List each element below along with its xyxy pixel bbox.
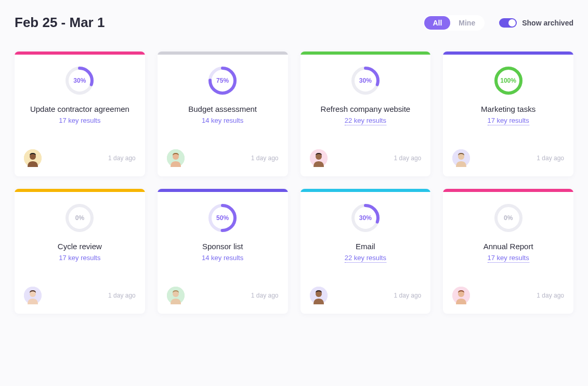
progress-percent: 30%	[65, 66, 94, 95]
owner-avatar[interactable]	[310, 149, 328, 167]
owner-avatar[interactable]	[452, 287, 470, 304]
card-title: Budget assessment	[167, 105, 279, 113]
filter-mine[interactable]: Mine	[450, 16, 484, 30]
progress-percent: 0%	[65, 203, 94, 233]
card-accent	[15, 189, 145, 192]
key-results-link[interactable]: 17 key results	[488, 254, 529, 263]
time-ago: 1 day ago	[108, 292, 136, 299]
card-footer: 1 day ago	[167, 139, 279, 167]
card-title: Sponsor list	[167, 242, 279, 251]
progress-ring: 30%	[351, 66, 380, 95]
objective-card[interactable]: 100% Marketing tasks 17 key results 1 da…	[443, 52, 573, 176]
progress-ring: 75%	[208, 66, 237, 95]
card-title: Marketing tasks	[452, 105, 564, 113]
objective-card[interactable]: 75% Budget assessment 14 key results 1 d…	[158, 52, 288, 176]
card-accent	[300, 189, 431, 192]
progress-ring: 100%	[494, 66, 523, 95]
card-footer: 1 day ago	[24, 139, 136, 167]
show-archived-control: Show archived	[499, 18, 573, 28]
filter-pills: All Mine	[423, 15, 485, 31]
key-results-link[interactable]: 17 key results	[59, 117, 100, 124]
progress-ring: 30%	[65, 66, 94, 95]
objective-card[interactable]: 30% Refresh company website 22 key resul…	[300, 52, 431, 176]
key-results-link[interactable]: 22 key results	[345, 117, 386, 125]
objective-card[interactable]: 0% Annual Report 17 key results 1 day ag…	[443, 189, 573, 314]
time-ago: 1 day ago	[394, 292, 422, 299]
progress-percent: 30%	[351, 66, 380, 95]
card-accent	[15, 52, 145, 55]
owner-avatar[interactable]	[167, 149, 185, 167]
key-results-link[interactable]: 17 key results	[59, 254, 100, 262]
owner-avatar[interactable]	[452, 149, 470, 167]
progress-percent: 30%	[351, 203, 380, 233]
progress-percent: 100%	[494, 66, 523, 95]
progress-percent: 0%	[494, 203, 523, 233]
owner-avatar[interactable]	[310, 287, 328, 304]
progress-ring: 50%	[208, 203, 237, 233]
objective-card[interactable]: 0% Cycle review 17 key results 1 day ago	[15, 189, 145, 314]
owner-avatar[interactable]	[24, 149, 42, 167]
time-ago: 1 day ago	[394, 155, 422, 162]
progress-percent: 50%	[208, 203, 237, 233]
time-ago: 1 day ago	[108, 155, 136, 162]
owner-avatar[interactable]	[24, 287, 42, 304]
time-ago: 1 day ago	[537, 155, 564, 162]
card-footer: 1 day ago	[452, 139, 564, 167]
objective-card[interactable]: 30% Update contractor agreemen 17 key re…	[15, 52, 145, 176]
time-ago: 1 day ago	[251, 292, 279, 299]
cards-grid: 30% Update contractor agreemen 17 key re…	[15, 52, 573, 314]
card-title: Email	[310, 242, 422, 251]
owner-avatar[interactable]	[167, 287, 185, 304]
card-accent	[443, 52, 573, 55]
date-range: Feb 25 - Mar 1	[15, 15, 104, 31]
card-accent	[158, 52, 288, 55]
objective-card[interactable]: 50% Sponsor list 14 key results 1 day ag…	[158, 189, 288, 314]
time-ago: 1 day ago	[537, 292, 564, 299]
show-archived-label: Show archived	[522, 19, 573, 27]
progress-ring: 0%	[65, 203, 94, 233]
filter-all[interactable]: All	[424, 16, 450, 30]
card-accent	[443, 189, 573, 192]
progress-percent: 75%	[208, 66, 237, 95]
card-title: Annual Report	[452, 242, 564, 251]
show-archived-toggle[interactable]	[499, 18, 517, 28]
key-results-link[interactable]: 22 key results	[345, 254, 386, 263]
card-title: Refresh company website	[310, 105, 422, 113]
card-title: Update contractor agreemen	[24, 105, 136, 113]
key-results-link[interactable]: 14 key results	[202, 254, 243, 262]
card-title: Cycle review	[24, 242, 136, 251]
card-footer: 1 day ago	[310, 276, 422, 304]
card-accent	[158, 189, 288, 192]
card-accent	[300, 52, 431, 55]
time-ago: 1 day ago	[251, 155, 279, 162]
card-footer: 1 day ago	[452, 276, 564, 304]
card-footer: 1 day ago	[167, 276, 279, 304]
progress-ring: 30%	[351, 203, 380, 233]
key-results-link[interactable]: 14 key results	[202, 117, 243, 124]
header-controls: All Mine Show archived	[423, 15, 573, 31]
objective-card[interactable]: 30% Email 22 key results 1 day ago	[300, 189, 431, 314]
card-footer: 1 day ago	[310, 139, 422, 167]
card-footer: 1 day ago	[24, 276, 136, 304]
progress-ring: 0%	[494, 203, 523, 233]
key-results-link[interactable]: 17 key results	[488, 117, 529, 125]
